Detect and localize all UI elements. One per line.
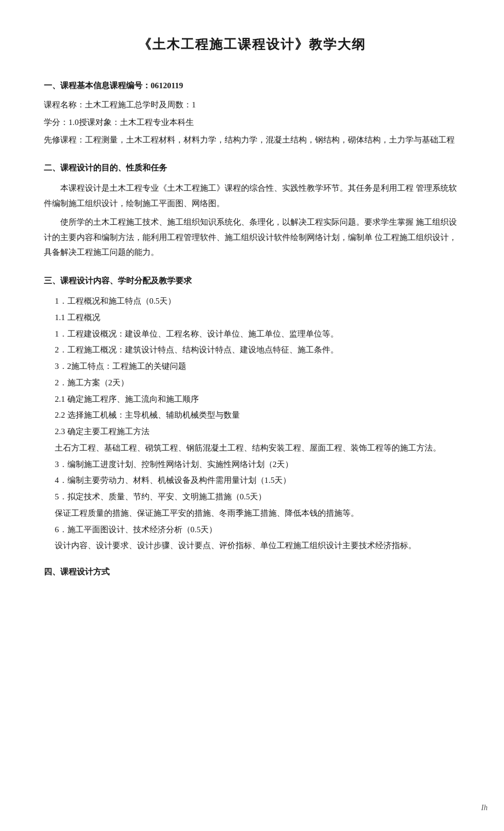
- section-2-para-1: 本课程设计是土木工程专业《土木工程施工》课程的综合性、实践性教学环节。其任务是利…: [44, 181, 460, 212]
- section-3-item-6-child-0: 设计内容、设计要求、设计步骤、设计要点、评价指标、单位工程施工组织设计主要技术经…: [55, 538, 460, 554]
- section-3-item-5-child-0: 保证工程质量的措施、保证施工平安的措施、冬雨季施工措施、降低本钱的措施等。: [55, 506, 460, 521]
- section-3-item-5-label: 5．拟定技术、质量、节约、平安、文明施工措施（0.5天）: [55, 490, 460, 505]
- section-1: 一、课程基本信息课程编号：06120119 课程名称：土木工程施工总学时及周数：…: [44, 78, 460, 147]
- section-3-item-1-child-3: 3．2施工特点：工程施工的关键问题: [55, 359, 460, 374]
- section-3-item-1-child-1: 1．工程建设概况：建设单位、工程名称、设计单位、施工单位、监理单位等。: [55, 327, 460, 342]
- section-3-item-2-child-3: 土石方工程、基础工程、砌筑工程、钢筋混凝土工程、结构安装工程、屋面工程、装饰工程…: [55, 441, 460, 456]
- section-1-line-3: 先修课程：工程测量，土木工程材料，材料力学，结构力学，混凝土结构，钢结构，砌体结…: [44, 133, 460, 148]
- corner-watermark: Ih: [481, 801, 488, 815]
- section-1-line-2: 学分：1.0授课对象：土木工程专业本科生: [44, 115, 460, 130]
- section-1-line-1: 课程名称：土木工程施工总学时及周数：1: [44, 98, 460, 113]
- section-3-item-5: 5．拟定技术、质量、节约、平安、文明施工措施（0.5天） 保证工程质量的措施、保…: [44, 490, 460, 521]
- section-4-heading: 四、课程设计方式: [44, 565, 460, 579]
- section-3-item-1-child-0: 1.1 工程概况: [55, 310, 460, 326]
- section-3-item-2-child-1: 2.2 选择施工机械：主导机械、辅助机械类型与数量: [55, 408, 460, 423]
- section-3: 三、课程设计内容、学时分配及教学要求 1．工程概况和施工特点（0.5天） 1.1…: [44, 274, 460, 554]
- section-2: 二、课程设计的目的、性质和任务 本课程设计是土木工程专业《土木工程施工》课程的综…: [44, 161, 460, 260]
- section-3-item-2: 2．施工方案（2天） 2.1 确定施工程序、施工流向和施工顺序 2.2 选择施工…: [44, 375, 460, 456]
- section-3-item-3: 3．编制施工进度计划、控制性网络计划、实施性网络计划（2天）: [44, 457, 460, 473]
- section-3-item-2-child-0: 2.1 确定施工程序、施工流向和施工顺序: [55, 392, 460, 407]
- section-3-item-1-label: 1．工程概况和施工特点（0.5天）: [55, 294, 460, 309]
- section-3-item-2-child-2: 2.3 确定主要工程施工方法: [55, 424, 460, 440]
- section-3-item-4: 4．编制主要劳动力、材料、机械设备及构件需用量计划（1.5天）: [44, 473, 460, 488]
- page-title: 《土木工程施工课程设计》教学大纲: [44, 33, 460, 56]
- section-3-item-1-child-2: 2．工程施工概况：建筑设计特点、结构设计特点、建设地点特征、施工条件。: [55, 343, 460, 358]
- section-3-item-6: 6．施工平面图设计、技术经济分析（0.5天） 设计内容、设计要求、设计步骤、设计…: [44, 522, 460, 554]
- section-2-heading: 二、课程设计的目的、性质和任务: [44, 161, 460, 175]
- section-3-heading: 三、课程设计内容、学时分配及教学要求: [44, 274, 460, 288]
- section-3-item-4-label: 4．编制主要劳动力、材料、机械设备及构件需用量计划（1.5天）: [55, 473, 460, 488]
- section-3-item-6-label: 6．施工平面图设计、技术经济分析（0.5天）: [55, 522, 460, 538]
- section-3-item-3-label: 3．编制施工进度计划、控制性网络计划、实施性网络计划（2天）: [55, 457, 460, 473]
- section-3-item-1: 1．工程概况和施工特点（0.5天） 1.1 工程概况 1．工程建设概况：建设单位…: [44, 294, 460, 374]
- section-1-heading: 一、课程基本信息课程编号：06120119: [44, 78, 460, 93]
- section-4: 四、课程设计方式: [44, 565, 460, 579]
- section-2-para-2: 使所学的土木工程施工技术、施工组织知识系统化、条理化，以解决工程实际问题。要求学…: [44, 215, 460, 260]
- section-3-item-2-label: 2．施工方案（2天）: [55, 375, 460, 391]
